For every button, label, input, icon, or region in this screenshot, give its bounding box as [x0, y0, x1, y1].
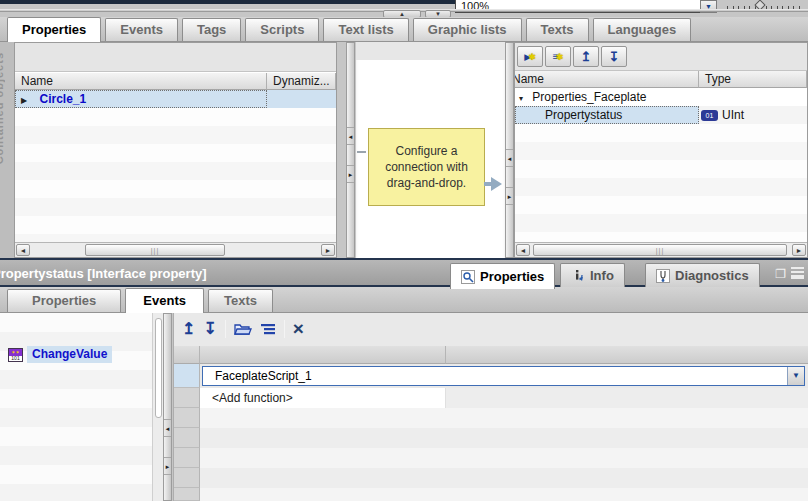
splitter-right-icon: ► [348, 172, 354, 178]
move-up-button[interactable]: ↥ [573, 46, 599, 67]
inspector-tab-diagnostics-label: Diagnostics [675, 268, 749, 283]
empty-cell [200, 468, 808, 488]
empty-row [174, 488, 808, 501]
inspector-tab-diagnostics[interactable]: Diagnostics [645, 263, 760, 287]
event-list-item[interactable]: ✶✶ 101 ChangeValue [0, 345, 112, 364]
header-cell [200, 346, 446, 364]
row-gutter [174, 388, 200, 408]
tab-events[interactable]: Events [105, 18, 178, 41]
connection-canvas-top [356, 42, 505, 60]
table-row-circle1[interactable]: ▶ Circle_1 [15, 90, 336, 108]
tab-texts[interactable]: Texts [526, 18, 589, 41]
add-subproperty-button[interactable]: ≡ ✱ [545, 46, 571, 67]
open-folder-button[interactable] [234, 322, 252, 336]
empty-row [174, 448, 808, 468]
event-icon: ✶✶ 101 [8, 348, 23, 362]
right-horizontal-scrollbar[interactable]: ◄ ||| ► [515, 242, 807, 257]
event-icon-bottom: 101 [9, 356, 22, 361]
splitter-collapse-left-button[interactable]: ◄ [506, 149, 513, 167]
contained-objects-label: Contained objects [0, 52, 5, 164]
splitter-collapse-left-button[interactable]: ◄ [347, 127, 354, 145]
toolbar-separator [225, 320, 226, 338]
scrollbar-thumb[interactable] [155, 318, 162, 418]
tree-expanded-icon[interactable]: ▾ [519, 94, 523, 103]
connector-arrow-icon [491, 177, 502, 191]
event-list-scrollbar[interactable] [152, 313, 163, 501]
property-name-cell[interactable]: Propertystatus [515, 106, 699, 124]
splitter-collapse-right-button[interactable]: ► [347, 165, 354, 183]
move-up-button[interactable]: ↥ [182, 321, 195, 337]
scrollbar-thumb[interactable]: ||| [85, 244, 225, 256]
combobox-dropdown-button[interactable]: ▼ [787, 367, 804, 385]
header-cell [446, 346, 808, 364]
move-down-button[interactable]: ↧ [601, 46, 627, 67]
delete-button[interactable]: × [293, 321, 304, 337]
detail-tab-events[interactable]: Events [125, 288, 204, 313]
function-combobox[interactable]: FaceplateScript_1 ▼ [202, 366, 805, 386]
detail-tab-properties[interactable]: Properties [7, 289, 121, 312]
chevron-down-icon: ▼ [792, 371, 800, 380]
thumb-grip-icon: ||| [656, 247, 664, 254]
row-gutter [174, 408, 200, 428]
inspector-tab-info[interactable]: Info [560, 263, 625, 287]
scroll-left-button[interactable]: ◄ [516, 244, 530, 256]
scroll-right-button[interactable]: ► [792, 244, 806, 256]
connector-arrow-tail [484, 182, 491, 186]
tab-graphic-lists[interactable]: Graphic lists [413, 18, 522, 41]
move-down-button[interactable]: ↧ [203, 321, 216, 337]
scroll-right-icon: ► [325, 247, 332, 254]
right-pane-splitter[interactable]: ◄ ► [505, 42, 514, 258]
scroll-right-icon: ► [796, 247, 803, 254]
property-type-cell[interactable]: 01 UInt [701, 106, 744, 124]
tab-properties[interactable]: Properties [7, 17, 101, 42]
empty-row [174, 468, 808, 488]
add-function-row[interactable]: <Add function> [174, 388, 808, 408]
add-function-filler [446, 388, 808, 408]
inspector-tab-properties[interactable]: Properties [450, 263, 555, 289]
left-table-header: Name Dynamiz... [15, 73, 336, 90]
move-down-icon: ↧ [609, 50, 620, 63]
tab-languages[interactable]: Languages [593, 18, 692, 41]
column-header-type[interactable]: Type [699, 71, 807, 88]
connection-canvas: Configure a connection with drag-and-dro… [356, 42, 505, 258]
add-property-button[interactable]: ▶ ✱ [517, 46, 543, 67]
detail-tab-texts[interactable]: Texts [208, 289, 273, 312]
column-header-name[interactable]: Name [515, 71, 699, 88]
list-view-button[interactable] [260, 322, 276, 336]
name-header-label: Name [515, 71, 544, 87]
splitter-right-icon: ► [165, 464, 171, 470]
row-gutter [174, 488, 200, 501]
table-row-property[interactable]: Propertystatus 01 UInt [515, 106, 807, 124]
magnifier-icon [461, 270, 475, 284]
move-up-icon: ↥ [581, 50, 592, 63]
scroll-left-button[interactable]: ◄ [16, 244, 30, 256]
event-function-toolbar: ↥ ↧ × [174, 313, 808, 345]
splitter-right-icon: ► [507, 194, 513, 200]
contained-objects-panel: Name Dynamiz... ▶ Circle_1 ◄ ||| ► [14, 42, 337, 258]
column-header-name[interactable]: Name [15, 73, 267, 90]
splitter-collapse-left-button[interactable]: ◄ [164, 419, 171, 437]
editor-tab-bar: Properties Events Tags Scripts Text list… [0, 17, 808, 42]
float-window-icon[interactable]: ❐ [775, 268, 786, 280]
tab-scripts[interactable]: Scripts [245, 18, 319, 41]
function-name: FaceplateScript_1 [215, 369, 312, 383]
scroll-right-button[interactable]: ► [321, 244, 335, 256]
tab-text-lists[interactable]: Text lists [323, 18, 408, 41]
menu-lines-icon[interactable] [791, 267, 804, 279]
add-function-label[interactable]: <Add function> [200, 388, 446, 408]
tree-expand-icon[interactable]: ▶ [21, 96, 27, 105]
splitter-collapse-right-button[interactable]: ► [506, 187, 513, 205]
row-gutter-selected[interactable] [174, 364, 200, 388]
table-row-group[interactable]: ▾ Properties_Faceplate [515, 88, 807, 106]
scrollbar-thumb[interactable]: ||| [533, 244, 787, 256]
splitter-collapse-right-button[interactable]: ► [164, 457, 171, 475]
tab-tags[interactable]: Tags [182, 18, 241, 41]
circle1-name-cell[interactable]: ▶ Circle_1 [15, 90, 267, 108]
column-header-dynamization[interactable]: Dynamiz... [267, 73, 336, 90]
left-horizontal-scrollbar[interactable]: ◄ ||| ► [15, 242, 336, 257]
hint-note: Configure a connection with drag-and-dro… [368, 128, 485, 206]
group-label: Properties_Faceplate [532, 90, 646, 104]
left-pane-splitter[interactable]: ◄ ► [346, 42, 355, 258]
events-splitter[interactable]: ◄ ► [163, 313, 172, 501]
interface-table-header: Name Type [515, 71, 807, 88]
